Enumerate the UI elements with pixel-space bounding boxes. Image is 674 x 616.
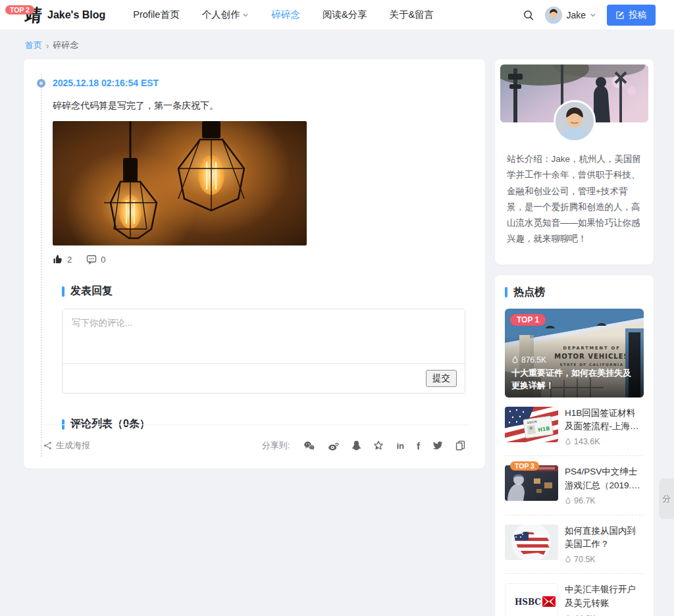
- hot-item-h1b[interactable]: USCIS H1B TOP 2 H1B回国签证材料及面签流程-上海（2019.1…: [505, 398, 644, 457]
- top2-badge: TOP 2: [5, 5, 34, 14]
- sidebar: 站长介绍：Jake，杭州人，美国留学并工作十余年，曾供职于科技、金融和创业公司，…: [495, 59, 654, 616]
- nav-item-about-message[interactable]: 关于&留言: [390, 9, 434, 21]
- reply-title-text: 发表回复: [70, 284, 113, 298]
- ps4-thumbnail: [505, 465, 558, 501]
- comment-submit-button[interactable]: 提交: [426, 370, 457, 387]
- weibo-icon[interactable]: [328, 441, 340, 451]
- hot-item-views: 70.5K: [565, 555, 644, 564]
- chevron-down-icon: [242, 12, 249, 18]
- navbar: 靖 Jake's Blog Profile首页 个人创作 碎碎念 阅读&分享 关…: [0, 0, 674, 30]
- profile-avatar[interactable]: [554, 100, 596, 142]
- hot-item-title: 如何直接从国内到美国工作？: [565, 525, 644, 552]
- comment-icon: [86, 254, 97, 265]
- user-avatar: [545, 7, 562, 24]
- hsbc-thumbnail: HSBC: [505, 583, 558, 616]
- facebook-icon[interactable]: f: [417, 441, 420, 451]
- timeline-line: [41, 74, 42, 457]
- hot-item-ps4[interactable]: TOP 3 PS4/PSV中文绅士游戏汇总（2019.5更新，完结） 96.7K: [505, 456, 644, 515]
- qzone-star-icon[interactable]: [373, 440, 384, 451]
- hot-item-info: 中美汇丰银行开户及美元转账 44.6K: [565, 583, 644, 616]
- floating-share-tab[interactable]: 分: [659, 478, 674, 519]
- hot-item-info: 如何直接从国内到美国工作？ 70.5K: [565, 525, 644, 565]
- comment-actions: 提交: [63, 363, 465, 393]
- floating-share-label: 分: [662, 493, 671, 505]
- nav-item-reading-share[interactable]: 阅读&分享: [323, 9, 367, 21]
- post-footer: 生成海报 分享到: in: [39, 424, 469, 455]
- hot-item-info: PS4/PSV中文绅士游戏汇总（2019.5更新，完结） 96.7K: [565, 465, 644, 505]
- thumbs-up-icon: [53, 254, 63, 265]
- share-label: 分享到:: [262, 440, 290, 451]
- post-image-lamps[interactable]: [53, 121, 307, 245]
- h1b-thumbnail: USCIS H1B: [505, 407, 558, 442]
- top1-badge: TOP 1: [510, 314, 546, 326]
- hot-item-info: H1B回国签证材料及面签流程-上海（2019.11更... 143.6K: [565, 407, 644, 447]
- like-count: 2: [67, 255, 72, 265]
- flame-icon: [565, 497, 571, 505]
- hot-list-title-text: 热点榜: [513, 286, 545, 299]
- user-menu[interactable]: Jake: [545, 7, 596, 24]
- user-name: Jake: [566, 10, 586, 20]
- qq-icon[interactable]: [352, 440, 361, 451]
- hot-item-title: H1B回国签证材料及面签流程-上海（2019.11更...: [565, 407, 644, 434]
- nav-item-suisuinian[interactable]: 碎碎念: [271, 9, 300, 21]
- featured-title: 十大重要证件，如何在美挂失及更换详解！: [511, 367, 637, 392]
- search-icon[interactable]: [523, 9, 534, 21]
- hot-item-title: PS4/PSV中文绅士游戏汇总（2019.5更新，完结）: [565, 465, 644, 492]
- comment-input[interactable]: [63, 309, 465, 361]
- nav-right: Jake 投稿: [523, 5, 656, 26]
- breadcrumb-current: 碎碎念: [53, 39, 78, 51]
- hot-item-hsbc[interactable]: HSBC 中美汇丰银行开户及美元转账: [505, 574, 644, 616]
- breadcrumb-separator: ›: [46, 41, 49, 51]
- submit-post-label: 投稿: [629, 9, 646, 21]
- profile-card: 站长介绍：Jake，杭州人，美国留学并工作十余年，曾供职于科技、金融和创业公司，…: [495, 59, 654, 265]
- copy-link-icon[interactable]: [455, 440, 465, 451]
- linkedin-icon[interactable]: in: [396, 442, 404, 450]
- page: 靖 Jake's Blog Profile首页 个人创作 碎碎念 阅读&分享 关…: [0, 0, 674, 616]
- svg-text:HSBC: HSBC: [515, 598, 541, 607]
- breadcrumb-home-link[interactable]: 首页: [25, 39, 42, 51]
- post-timestamp: 2025.12.18 02:16:54 EST: [53, 78, 465, 88]
- twitter-icon[interactable]: [432, 441, 443, 450]
- timeline-dot-icon: [37, 79, 45, 88]
- comment-box: 提交: [62, 309, 465, 394]
- hot-item-featured[interactable]: DEPARTMENT OF MOTOR VEHICLES STATE OF CA…: [505, 309, 644, 398]
- post-content: 碎碎念代码算是写完了，第一条庆祝下。: [53, 100, 465, 112]
- hot-list-card: 热点榜 DEPARTMENT OF MOTOR VEHICLES STATE O…: [495, 275, 654, 616]
- post-card: 2025.12.18 02:16:54 EST 碎碎念代码算是写完了，第一条庆祝…: [24, 59, 485, 469]
- comment-count: 0: [101, 255, 105, 265]
- hot-item-us-work[interactable]: 如何直接从国内到美国工作？ 70.5K: [505, 515, 644, 575]
- generate-poster-button[interactable]: 生成海报: [43, 440, 90, 451]
- post-reactions: 2 0: [53, 254, 465, 265]
- hot-item-views: 96.7K: [565, 496, 644, 505]
- flame-icon: [565, 438, 571, 446]
- profile-bio: 站长介绍：Jake，杭州人，美国留学并工作十余年，曾供职于科技、金融和创业公司，…: [500, 142, 648, 247]
- hot-item-title: 中美汇丰银行开户及美元转账: [565, 583, 644, 610]
- top3-badge: TOP 3: [510, 461, 539, 471]
- flame-icon: [511, 355, 519, 364]
- featured-views: 876.5K: [511, 355, 637, 365]
- breadcrumb: 首页 › 碎碎念: [0, 30, 674, 58]
- wechat-icon[interactable]: [303, 441, 315, 451]
- share-nodes-icon: [43, 441, 52, 450]
- views-count: 70.5K: [574, 555, 596, 564]
- views-count: 96.7K: [574, 496, 596, 505]
- nav-menu: Profile首页 个人创作 碎碎念 阅读&分享 关于&留言: [133, 9, 434, 21]
- chevron-down-icon: [590, 12, 596, 18]
- comment-count-button[interactable]: 0: [86, 254, 105, 265]
- like-button[interactable]: 2: [53, 254, 72, 265]
- edit-icon: [616, 11, 625, 19]
- nav-item-personal-works[interactable]: 个人创作: [201, 9, 249, 21]
- content-area: 2025.12.18 02:16:54 EST 碎碎念代码算是写完了，第一条庆祝…: [0, 58, 674, 616]
- us-map-thumbnail: [505, 525, 558, 560]
- nav-item-label: 个人创作: [201, 9, 240, 21]
- share-row: 分享到: in f: [262, 440, 465, 451]
- hot-list-title: 热点榜: [505, 286, 644, 299]
- site-logo[interactable]: 靖 Jake's Blog: [25, 7, 105, 24]
- section-accent-bar: [62, 286, 65, 297]
- reply-section: 发表回复 提交: [62, 284, 465, 394]
- submit-post-button[interactable]: 投稿: [607, 5, 656, 26]
- generate-poster-label: 生成海报: [56, 440, 90, 451]
- nav-item-profile-home[interactable]: Profile首页: [133, 9, 179, 21]
- site-title: Jake's Blog: [47, 9, 105, 21]
- flame-icon: [565, 555, 571, 563]
